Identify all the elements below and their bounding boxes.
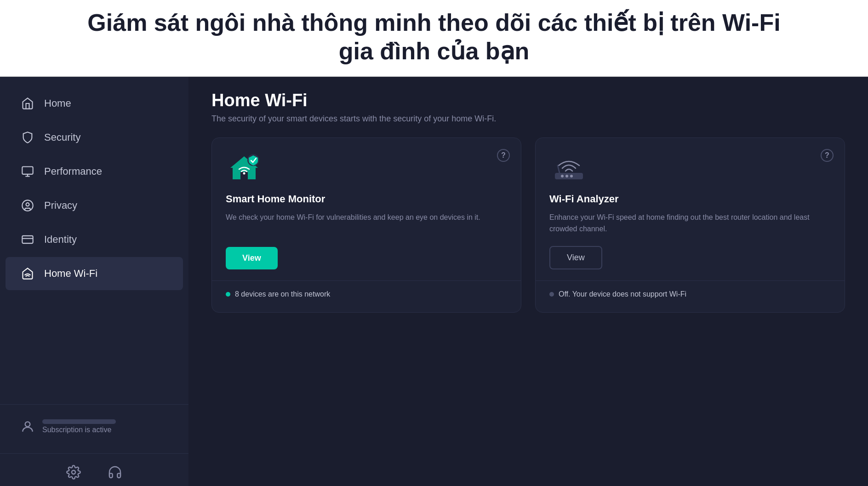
sidebar-item-performance[interactable]: Performance <box>6 155 183 188</box>
sidebar: Home Security Performance <box>0 77 188 486</box>
svg-point-4 <box>26 203 29 206</box>
smart-home-monitor-card: ? <box>211 137 521 313</box>
account-status: Subscription is active <box>42 426 116 434</box>
sidebar-item-security[interactable]: Security <box>6 121 183 154</box>
sidebar-item-privacy-label: Privacy <box>44 200 77 212</box>
main-layout: Home Security Performance <box>0 77 868 486</box>
svg-point-3 <box>22 200 33 211</box>
sidebar-bottom-icons <box>0 453 188 486</box>
sidebar-footer: Subscription is active <box>0 404 188 453</box>
sidebar-item-home[interactable]: Home <box>6 87 183 120</box>
privacy-icon <box>19 197 36 214</box>
account-icon <box>19 418 36 435</box>
smart-home-status-text: 8 devices are on this network <box>235 290 330 298</box>
sidebar-item-identity[interactable]: Identity <box>6 223 183 256</box>
home-wifi-nav-icon <box>19 265 36 282</box>
sidebar-item-identity-label: Identity <box>44 234 77 246</box>
wifi-analyzer-help-icon[interactable]: ? <box>821 149 834 162</box>
wifi-analyzer-view-button[interactable]: View <box>549 246 602 269</box>
sidebar-item-home-wifi[interactable]: Home Wi-Fi <box>6 257 183 290</box>
wifi-analyzer-divider <box>536 280 845 281</box>
status-dot-green <box>226 292 230 297</box>
cards-row: ? <box>211 137 845 313</box>
smart-home-status: 8 devices are on this network <box>226 290 507 298</box>
home-icon <box>19 95 36 112</box>
router-icon <box>549 152 586 184</box>
wifi-analyzer-status-text: Off. Your device does not support Wi-Fi <box>559 290 686 298</box>
status-dot-gray <box>549 292 554 297</box>
wifi-analyzer-card: ? <box>535 137 845 313</box>
account-info: Subscription is active <box>42 419 116 434</box>
sidebar-item-home-label: Home <box>44 97 71 109</box>
sidebar-item-privacy[interactable]: Privacy <box>6 189 183 222</box>
smart-home-desc: We check your home Wi-Fi for vulnerabili… <box>226 212 507 236</box>
wifi-analyzer-title: Wi-Fi Analyzer <box>549 193 831 205</box>
smart-home-help-icon[interactable]: ? <box>497 149 510 162</box>
svg-point-7 <box>25 422 30 427</box>
svg-rect-5 <box>22 236 33 243</box>
banner-text: Giám sát ngôi nhà thông minh theo dõi cá… <box>18 8 850 66</box>
smart-home-icon <box>226 152 263 184</box>
smart-home-divider <box>212 280 521 281</box>
svg-point-17 <box>570 175 573 177</box>
smart-home-view-button[interactable]: View <box>226 247 278 269</box>
content-area: Home Wi-Fi The security of your smart de… <box>188 77 868 486</box>
account-bar <box>42 419 116 424</box>
performance-icon <box>19 163 36 180</box>
svg-line-14 <box>558 166 560 173</box>
settings-icon[interactable] <box>64 463 83 481</box>
identity-icon <box>19 231 36 248</box>
wifi-analyzer-desc: Enhance your Wi-Fi speed at home finding… <box>549 212 831 235</box>
wifi-analyzer-status: Off. Your device does not support Wi-Fi <box>549 290 831 298</box>
svg-rect-0 <box>22 166 33 174</box>
page-title: Home Wi-Fi <box>211 91 845 110</box>
support-icon[interactable] <box>106 463 124 481</box>
svg-rect-13 <box>555 173 583 179</box>
sidebar-item-security-label: Security <box>44 132 80 143</box>
account-item[interactable]: Subscription is active <box>14 414 175 440</box>
svg-point-16 <box>565 175 568 177</box>
sidebar-nav: Home Security Performance <box>0 81 188 404</box>
page-subtitle: The security of your smart devices start… <box>211 114 845 124</box>
sidebar-item-home-wifi-label: Home Wi-Fi <box>44 268 97 280</box>
top-banner: Giám sát ngôi nhà thông minh theo dõi cá… <box>0 0 868 77</box>
sidebar-item-performance-label: Performance <box>44 166 102 177</box>
security-icon <box>19 129 36 146</box>
svg-point-15 <box>561 175 564 177</box>
svg-point-11 <box>243 172 246 174</box>
svg-point-8 <box>72 470 75 474</box>
smart-home-title: Smart Home Monitor <box>226 193 507 205</box>
